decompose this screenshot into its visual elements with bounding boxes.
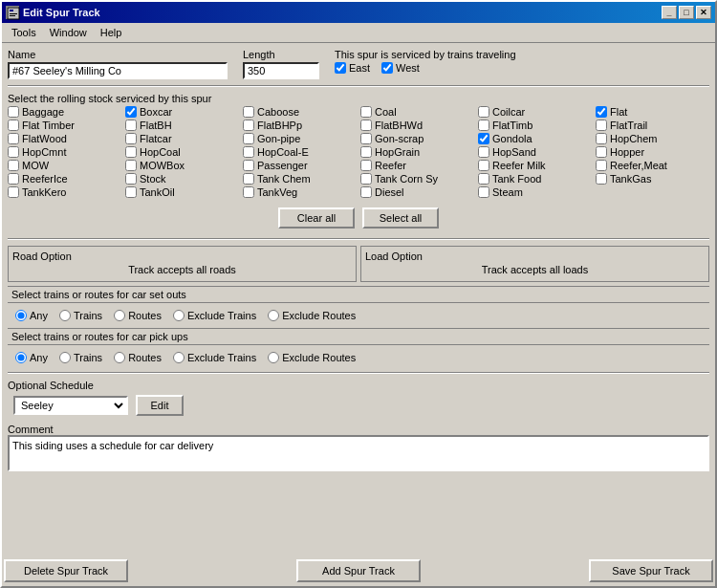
check-flatbhwd[interactable] [360,120,372,131]
pick-ups-exclude-routes: Exclude Routes [268,352,356,363]
check-tankkero[interactable] [8,186,19,198]
svg-rect-2 [10,13,17,14]
minimize-button[interactable]: _ [662,6,677,19]
clear-all-button[interactable]: Clear all [278,207,355,229]
check-coal[interactable] [360,106,372,118]
west-check-item: West [381,62,420,74]
check-reefer-meat[interactable] [596,160,607,171]
top-row: Name Length This spur is serviced by tra… [8,49,709,79]
set-outs-exclude-trains-radio[interactable] [173,310,185,321]
check-boxcar[interactable] [125,106,137,118]
name-input[interactable] [8,62,228,79]
set-outs-exclude-routes-radio[interactable] [268,310,279,321]
item-hopcoal-e: HopCoal-E [243,146,357,158]
save-spur-button[interactable]: Save Spur Track [589,559,713,582]
menu-window[interactable]: Window [44,25,93,40]
menu-help[interactable]: Help [95,25,128,40]
check-hopgrain[interactable] [360,146,372,158]
check-baggage[interactable] [8,106,19,118]
west-checkbox[interactable] [381,62,393,74]
check-tank-food[interactable] [478,173,489,185]
item-tank-chem: Tank Chem [243,173,357,185]
select-all-button[interactable]: Select all [362,207,439,229]
pick-ups-routes-radio[interactable] [114,352,125,363]
schedule-dropdown[interactable]: Seeley [13,396,128,415]
comment-textarea[interactable]: This siding uses a schedule for car deli… [8,435,709,471]
pick-ups-any: Any [15,352,48,363]
rolling-stock-grid: Baggage Boxcar Caboose Coal Coilcar Flat… [8,104,709,200]
car-set-outs-radios: Any Trains Routes Exclude Trains Exclude… [8,307,709,324]
pick-ups-exclude-trains-radio[interactable] [173,352,185,363]
item-reefer-meat: Reefer,Meat [596,160,709,171]
title-bar-left: Edit Spur Track [6,6,100,19]
pick-ups-trains-radio[interactable] [59,352,71,363]
check-gondola[interactable] [478,133,489,144]
load-option-value: Track accepts all loads [365,262,705,277]
clear-select-buttons: Clear all Select all [8,204,709,232]
pick-ups-exclude-routes-radio[interactable] [268,352,279,363]
check-flatbh[interactable] [125,120,137,131]
check-stock[interactable] [125,173,137,185]
set-outs-routes-radio[interactable] [114,310,125,321]
close-button[interactable]: ✕ [696,6,711,19]
item-tank-food: Tank Food [478,173,592,185]
check-flatcar[interactable] [125,133,137,144]
set-outs-any-radio[interactable] [15,310,27,321]
svg-rect-1 [10,10,13,11]
check-hopcoal-e[interactable] [243,146,254,158]
check-coilcar[interactable] [478,106,489,118]
length-input[interactable] [243,62,319,79]
check-mow[interactable] [8,160,19,171]
check-mowbox[interactable] [125,160,137,171]
delete-spur-button[interactable]: Delete Spur Track [4,559,128,582]
check-reefer[interactable] [360,160,372,171]
check-flattrail[interactable] [596,120,607,131]
item-caboose: Caboose [243,106,357,118]
check-flatbhpp[interactable] [243,120,254,131]
maximize-button[interactable]: □ [679,6,694,19]
check-diesel[interactable] [360,186,372,198]
add-spur-button[interactable]: Add Spur Track [296,559,421,582]
check-reeferice[interactable] [8,173,19,185]
check-gon-pipe[interactable] [243,133,254,144]
check-tankgas[interactable] [596,173,607,185]
item-hopgrain: HopGrain [360,146,474,158]
menu-tools[interactable]: Tools [6,25,42,40]
item-baggage: Baggage [8,106,121,118]
item-reeferice: ReeferIce [8,173,121,185]
check-flat-timber[interactable] [8,120,19,131]
check-tankoil[interactable] [125,186,137,198]
check-hopcmnt[interactable] [8,146,19,158]
check-flattimb[interactable] [478,120,489,131]
check-flatwood[interactable] [8,133,19,144]
schedule-row: Seeley Edit [8,391,709,420]
check-hopcoal[interactable] [125,146,137,158]
east-checkbox[interactable] [335,62,346,74]
app-icon [6,6,19,19]
check-tank-chem[interactable] [243,173,254,185]
check-caboose[interactable] [243,106,254,118]
schedule-edit-button[interactable]: Edit [136,395,184,416]
check-flat[interactable] [596,106,607,118]
check-passenger[interactable] [243,160,254,171]
title-bar: Edit Spur Track _ □ ✕ [2,2,715,23]
check-reefer-milk[interactable] [478,160,489,171]
item-gon-scrap: Gon-scrap [360,133,474,144]
main-window: Edit Spur Track _ □ ✕ Tools Window Help … [0,0,717,588]
item-steam: Steam [478,186,592,198]
item-tankoil: TankOil [125,186,239,198]
item-tankgas: TankGas [596,173,709,185]
road-option-value: Track accepts all roads [12,262,352,277]
check-hopsand[interactable] [478,146,489,158]
set-outs-trains-radio[interactable] [59,310,71,321]
check-steam[interactable] [478,186,489,198]
pick-ups-any-radio[interactable] [15,352,27,363]
check-hopchem[interactable] [596,133,607,144]
item-hopcmnt: HopCmnt [8,146,121,158]
check-gon-scrap[interactable] [360,133,372,144]
check-tank-corn-sy[interactable] [360,173,372,185]
item-flatwood: FlatWood [8,133,121,144]
check-tankveg[interactable] [243,186,254,198]
check-hopper[interactable] [596,146,607,158]
item-hopcoal: HopCoal [125,146,239,158]
